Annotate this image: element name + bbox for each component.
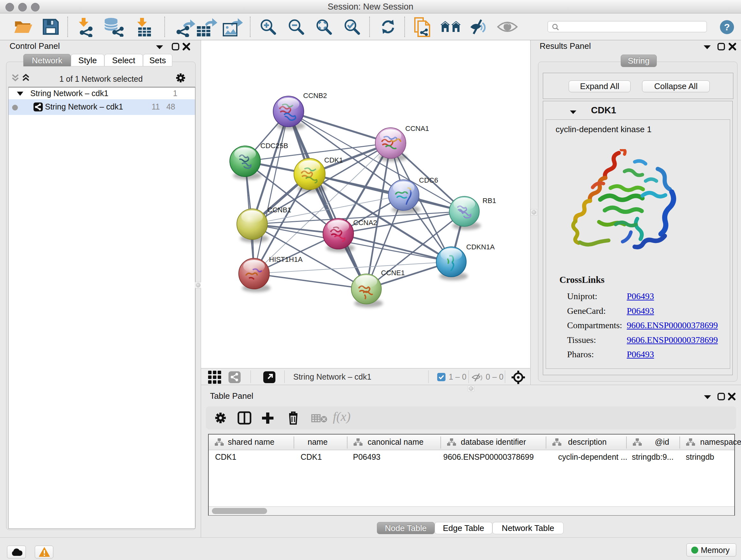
svg-text:CDC25B: CDC25B [260, 142, 288, 150]
svg-text:HIST1H1A: HIST1H1A [269, 255, 302, 263]
svg-text:CCNA1: CCNA1 [405, 125, 429, 132]
svg-text:?: ? [724, 22, 730, 32]
svg-text:CCNB2: CCNB2 [303, 91, 327, 100]
svg-text:CDKN1A: CDKN1A [466, 243, 495, 251]
svg-text:CCNB1: CCNB1 [267, 206, 291, 214]
svg-text:RB1: RB1 [482, 197, 496, 205]
svg-text:CDC6: CDC6 [419, 176, 438, 184]
svg-text:CCNA2: CCNA2 [353, 219, 377, 227]
svg-text:CDK1: CDK1 [324, 156, 343, 164]
svg-text:CCNE1: CCNE1 [381, 269, 405, 277]
